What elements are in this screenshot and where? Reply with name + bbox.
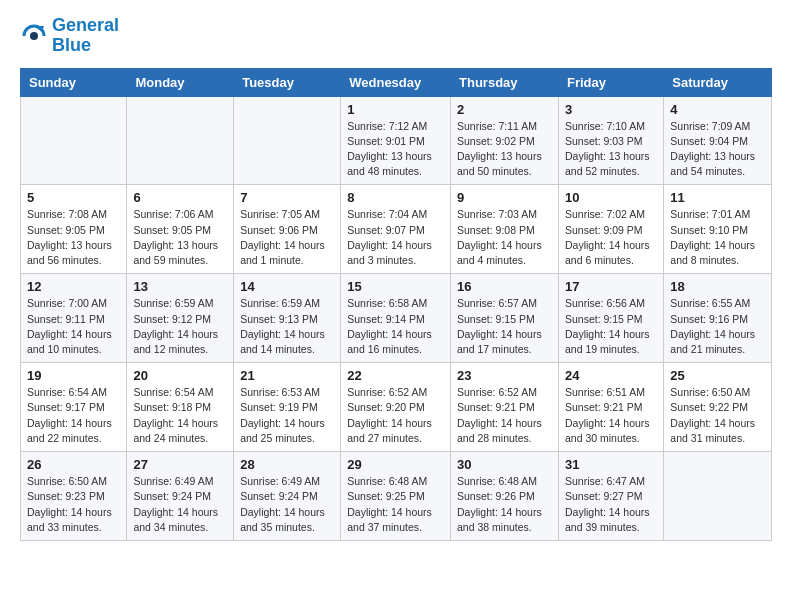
day-info: Sunrise: 6:53 AM Sunset: 9:19 PM Dayligh… [240,385,334,446]
calendar-cell: 2Sunrise: 7:11 AM Sunset: 9:02 PM Daylig… [451,96,559,185]
calendar-cell: 19Sunrise: 6:54 AM Sunset: 9:17 PM Dayli… [21,363,127,452]
calendar-cell: 29Sunrise: 6:48 AM Sunset: 9:25 PM Dayli… [341,452,451,541]
calendar-cell: 25Sunrise: 6:50 AM Sunset: 9:22 PM Dayli… [664,363,772,452]
calendar-cell: 23Sunrise: 6:52 AM Sunset: 9:21 PM Dayli… [451,363,559,452]
calendar-cell: 31Sunrise: 6:47 AM Sunset: 9:27 PM Dayli… [558,452,663,541]
day-number: 6 [133,190,227,205]
day-number: 19 [27,368,120,383]
day-number: 21 [240,368,334,383]
calendar-cell: 4Sunrise: 7:09 AM Sunset: 9:04 PM Daylig… [664,96,772,185]
calendar-cell [21,96,127,185]
calendar-cell: 13Sunrise: 6:59 AM Sunset: 9:12 PM Dayli… [127,274,234,363]
day-number: 31 [565,457,657,472]
day-number: 15 [347,279,444,294]
calendar-cell: 5Sunrise: 7:08 AM Sunset: 9:05 PM Daylig… [21,185,127,274]
calendar-cell [234,96,341,185]
weekday-header-saturday: Saturday [664,68,772,96]
calendar-cell: 24Sunrise: 6:51 AM Sunset: 9:21 PM Dayli… [558,363,663,452]
day-number: 18 [670,279,765,294]
day-number: 17 [565,279,657,294]
day-number: 13 [133,279,227,294]
day-number: 27 [133,457,227,472]
day-number: 16 [457,279,552,294]
day-info: Sunrise: 7:09 AM Sunset: 9:04 PM Dayligh… [670,119,765,180]
calendar-cell: 28Sunrise: 6:49 AM Sunset: 9:24 PM Dayli… [234,452,341,541]
weekday-header-row: SundayMondayTuesdayWednesdayThursdayFrid… [21,68,772,96]
calendar-cell: 27Sunrise: 6:49 AM Sunset: 9:24 PM Dayli… [127,452,234,541]
calendar-cell: 8Sunrise: 7:04 AM Sunset: 9:07 PM Daylig… [341,185,451,274]
calendar-week-row: 1Sunrise: 7:12 AM Sunset: 9:01 PM Daylig… [21,96,772,185]
day-info: Sunrise: 7:05 AM Sunset: 9:06 PM Dayligh… [240,207,334,268]
day-number: 28 [240,457,334,472]
day-number: 22 [347,368,444,383]
weekday-header-thursday: Thursday [451,68,559,96]
day-number: 4 [670,102,765,117]
day-number: 1 [347,102,444,117]
day-info: Sunrise: 6:52 AM Sunset: 9:21 PM Dayligh… [457,385,552,446]
calendar-cell: 14Sunrise: 6:59 AM Sunset: 9:13 PM Dayli… [234,274,341,363]
calendar-header: SundayMondayTuesdayWednesdayThursdayFrid… [21,68,772,96]
day-number: 25 [670,368,765,383]
day-number: 26 [27,457,120,472]
day-info: Sunrise: 7:10 AM Sunset: 9:03 PM Dayligh… [565,119,657,180]
calendar-week-row: 19Sunrise: 6:54 AM Sunset: 9:17 PM Dayli… [21,363,772,452]
day-info: Sunrise: 6:54 AM Sunset: 9:18 PM Dayligh… [133,385,227,446]
page-header: General Blue [20,16,772,56]
calendar-week-row: 26Sunrise: 6:50 AM Sunset: 9:23 PM Dayli… [21,452,772,541]
calendar-cell: 22Sunrise: 6:52 AM Sunset: 9:20 PM Dayli… [341,363,451,452]
day-info: Sunrise: 6:48 AM Sunset: 9:25 PM Dayligh… [347,474,444,535]
day-number: 3 [565,102,657,117]
day-info: Sunrise: 6:48 AM Sunset: 9:26 PM Dayligh… [457,474,552,535]
day-info: Sunrise: 6:56 AM Sunset: 9:15 PM Dayligh… [565,296,657,357]
page-container: General Blue SundayMondayTuesdayWednesda… [0,0,792,557]
day-info: Sunrise: 6:59 AM Sunset: 9:12 PM Dayligh… [133,296,227,357]
calendar-table: SundayMondayTuesdayWednesdayThursdayFrid… [20,68,772,541]
calendar-cell: 30Sunrise: 6:48 AM Sunset: 9:26 PM Dayli… [451,452,559,541]
calendar-body: 1Sunrise: 7:12 AM Sunset: 9:01 PM Daylig… [21,96,772,540]
calendar-cell: 7Sunrise: 7:05 AM Sunset: 9:06 PM Daylig… [234,185,341,274]
day-number: 14 [240,279,334,294]
weekday-header-friday: Friday [558,68,663,96]
day-number: 20 [133,368,227,383]
day-info: Sunrise: 7:01 AM Sunset: 9:10 PM Dayligh… [670,207,765,268]
day-number: 8 [347,190,444,205]
day-info: Sunrise: 7:00 AM Sunset: 9:11 PM Dayligh… [27,296,120,357]
day-number: 12 [27,279,120,294]
calendar-cell [127,96,234,185]
calendar-cell: 18Sunrise: 6:55 AM Sunset: 9:16 PM Dayli… [664,274,772,363]
day-number: 2 [457,102,552,117]
calendar-week-row: 5Sunrise: 7:08 AM Sunset: 9:05 PM Daylig… [21,185,772,274]
calendar-cell: 26Sunrise: 6:50 AM Sunset: 9:23 PM Dayli… [21,452,127,541]
day-info: Sunrise: 6:50 AM Sunset: 9:22 PM Dayligh… [670,385,765,446]
day-info: Sunrise: 6:59 AM Sunset: 9:13 PM Dayligh… [240,296,334,357]
day-info: Sunrise: 7:11 AM Sunset: 9:02 PM Dayligh… [457,119,552,180]
calendar-cell: 3Sunrise: 7:10 AM Sunset: 9:03 PM Daylig… [558,96,663,185]
day-info: Sunrise: 6:58 AM Sunset: 9:14 PM Dayligh… [347,296,444,357]
day-number: 9 [457,190,552,205]
calendar-cell [664,452,772,541]
day-number: 29 [347,457,444,472]
day-info: Sunrise: 6:52 AM Sunset: 9:20 PM Dayligh… [347,385,444,446]
day-info: Sunrise: 6:54 AM Sunset: 9:17 PM Dayligh… [27,385,120,446]
day-number: 5 [27,190,120,205]
day-info: Sunrise: 7:02 AM Sunset: 9:09 PM Dayligh… [565,207,657,268]
svg-point-0 [30,32,38,40]
day-info: Sunrise: 6:55 AM Sunset: 9:16 PM Dayligh… [670,296,765,357]
calendar-week-row: 12Sunrise: 7:00 AM Sunset: 9:11 PM Dayli… [21,274,772,363]
day-info: Sunrise: 7:03 AM Sunset: 9:08 PM Dayligh… [457,207,552,268]
calendar-cell: 11Sunrise: 7:01 AM Sunset: 9:10 PM Dayli… [664,185,772,274]
day-info: Sunrise: 7:12 AM Sunset: 9:01 PM Dayligh… [347,119,444,180]
calendar-cell: 9Sunrise: 7:03 AM Sunset: 9:08 PM Daylig… [451,185,559,274]
day-number: 10 [565,190,657,205]
logo: General Blue [20,16,119,56]
calendar-cell: 15Sunrise: 6:58 AM Sunset: 9:14 PM Dayli… [341,274,451,363]
weekday-header-monday: Monday [127,68,234,96]
weekday-header-wednesday: Wednesday [341,68,451,96]
day-info: Sunrise: 6:49 AM Sunset: 9:24 PM Dayligh… [240,474,334,535]
calendar-cell: 1Sunrise: 7:12 AM Sunset: 9:01 PM Daylig… [341,96,451,185]
day-info: Sunrise: 6:49 AM Sunset: 9:24 PM Dayligh… [133,474,227,535]
day-number: 7 [240,190,334,205]
day-number: 30 [457,457,552,472]
day-info: Sunrise: 7:08 AM Sunset: 9:05 PM Dayligh… [27,207,120,268]
calendar-cell: 6Sunrise: 7:06 AM Sunset: 9:05 PM Daylig… [127,185,234,274]
